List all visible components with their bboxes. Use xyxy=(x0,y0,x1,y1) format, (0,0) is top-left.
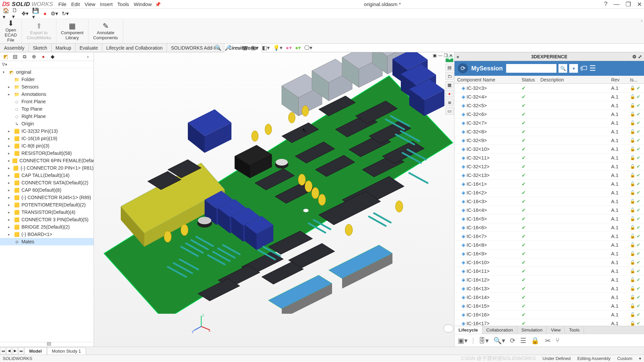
feature-manager-icon[interactable]: ◩ xyxy=(2,53,9,60)
dx-tab-tools[interactable]: Tools xyxy=(565,326,584,334)
component-row[interactable]: ◈IC-16<10>✔A.1🔓✔ xyxy=(454,258,644,267)
expand-icon[interactable]: ▸ xyxy=(8,136,12,141)
expand-icon[interactable]: ▸ xyxy=(8,225,12,229)
tree-item[interactable]: ▸🟨(-) CONNECTOR 20 PIN<1> (R81) xyxy=(0,164,94,172)
component-row[interactable]: ◈IC-16<7>✔A.1🔓✔ xyxy=(454,232,644,241)
tab-last-icon[interactable]: ⏭ xyxy=(18,348,24,354)
appearances-icon[interactable]: ● xyxy=(445,90,453,97)
tree-item[interactable]: ▸🟨(-) BOARD<1> xyxy=(0,231,94,238)
zoom-area-icon[interactable]: 🔎 xyxy=(225,45,231,51)
pin-icon[interactable]: 📌 xyxy=(155,2,161,7)
component-row[interactable]: ◈IC-16<5>✔A.1🔓✔ xyxy=(454,215,644,223)
component-row[interactable]: ◈IC-16<6>✔A.1🔓✔ xyxy=(454,223,644,232)
tree-item[interactable]: ▸🟨IC-8(8 pin)(3) xyxy=(0,142,94,149)
dx-tab-collaboration[interactable]: Collaboration xyxy=(482,326,518,334)
tree-expand-icon[interactable]: › xyxy=(84,53,92,60)
tree-item[interactable]: ▸🟨CONNECTOR SATA(Default)(2) xyxy=(0,179,94,186)
col-is[interactable]: Is... xyxy=(630,77,644,82)
model-tab-model[interactable]: Model xyxy=(24,347,47,355)
component-row[interactable]: ◈IC-16<9>✔A.1🔓✔ xyxy=(454,249,644,258)
display-manager-icon[interactable]: ● xyxy=(40,53,47,60)
menu-icon[interactable]: ☰ xyxy=(589,64,596,73)
expand-icon[interactable]: ▸ xyxy=(8,92,12,97)
tag-icon[interactable]: 🏷 xyxy=(580,64,587,73)
forum-icon[interactable]: ▭ xyxy=(445,107,453,115)
close-icon[interactable]: ✕ xyxy=(637,1,642,8)
save-icon[interactable]: 💾▾ xyxy=(32,10,39,17)
component-row[interactable]: ◈IC-16<14>✔A.1🔓✔ xyxy=(454,293,644,302)
tree-filter[interactable]: ∇▾ xyxy=(0,61,94,68)
menu-file[interactable]: File xyxy=(58,1,66,7)
config-manager-icon[interactable]: ⧉ xyxy=(21,53,28,60)
tab-lifecycle-and-collaboration[interactable]: Lifecycle and Collaboration xyxy=(102,44,167,52)
ribbon-annotate[interactable]: ✎AnnotateComponents xyxy=(89,19,123,43)
component-row[interactable]: ◈IC-16<17>✔A.1🔓✔ xyxy=(454,319,644,326)
expand-icon[interactable]: ▸ xyxy=(8,210,12,215)
expand-icon[interactable]: ▸ xyxy=(8,203,12,207)
status-caret-icon[interactable]: ▾ xyxy=(639,356,641,361)
tree-item[interactable]: ▸🟨RESISTOR(Default)(58) xyxy=(0,149,94,157)
tree-item[interactable]: ▸📁Annotations xyxy=(0,90,94,98)
tree-splitter[interactable] xyxy=(0,342,94,347)
restore-icon[interactable]: ❐ xyxy=(626,1,631,8)
component-row[interactable]: ◈IC-16<13>✔A.1🔓✔ xyxy=(454,284,644,293)
expand-icon[interactable]: ▸ xyxy=(8,129,12,133)
lock-icon[interactable]: 🔒 xyxy=(531,337,539,345)
component-row[interactable]: ◈IC-32<11>✔A.1🔓✔ xyxy=(454,154,644,162)
expand-icon[interactable]: ▸ xyxy=(8,85,12,89)
col-name[interactable]: Component Name xyxy=(454,77,522,82)
mdi-icon[interactable]: ▣ xyxy=(433,53,437,58)
expand-icon[interactable]: ▸ xyxy=(8,181,12,185)
graphics-viewport[interactable]: ▣ — ❐ ✕ ✦ ▤ 🗀 ▦ ● ≣ ▭ xyxy=(94,52,454,347)
view-orient-icon[interactable]: ▣▾ xyxy=(251,45,259,51)
menu-view[interactable]: View xyxy=(85,1,95,7)
mdi-close-icon[interactable]: ✕ xyxy=(449,53,453,58)
mdi-restore-icon[interactable]: ❐ xyxy=(444,53,448,58)
component-row[interactable]: ◈IC-16<16>✔A.1🔓✔ xyxy=(454,310,644,319)
menu-insert[interactable]: Insert xyxy=(100,1,113,7)
component-row[interactable]: ◈IC-32<7>✔A.1🔓✔ xyxy=(454,119,644,127)
component-row[interactable]: ◈IC-32<10>✔A.1🔓✔ xyxy=(454,145,644,154)
tree-item[interactable]: ▸🟨CAP TALL(Default)(14) xyxy=(0,172,94,179)
tree-item[interactable]: ▸🟨CONNECTOR 6PIN FEMALE(Default)(4) xyxy=(0,157,94,164)
view-settings-icon[interactable]: 🖵▾ xyxy=(304,45,312,51)
expand-icon[interactable]: ▸ xyxy=(8,159,10,163)
file-explorer-icon[interactable]: 🗀 xyxy=(445,72,453,80)
panel-settings-icon[interactable]: ⚙ ⤢ xyxy=(632,54,642,59)
tree-item[interactable]: ↳Origin xyxy=(0,120,94,127)
tree-root[interactable]: ▾◩original xyxy=(0,68,94,76)
component-row[interactable]: ◈IC-16<2>✔A.1🔓✔ xyxy=(454,188,644,197)
tab-evaluate[interactable]: Evaluate xyxy=(75,44,102,52)
tree-item[interactable]: ◇Front Plane xyxy=(0,98,94,105)
tree-item[interactable]: ▸🟨BRIDGE 25(Default)(2) xyxy=(0,223,94,231)
tree-item[interactable]: ▸🟨IC-32(32 Pin)(13) xyxy=(0,127,94,135)
tree-item[interactable]: ▸🟨POTENTIOMETER(Default)(2) xyxy=(0,201,94,208)
rebuild-icon[interactable]: ↻▾ xyxy=(62,10,68,17)
tab-prev-icon[interactable]: ◀ xyxy=(6,348,12,354)
db-icon[interactable]: 🗄▾ xyxy=(479,337,489,345)
expand-icon[interactable]: ▸ xyxy=(8,151,12,156)
session-search-input[interactable] xyxy=(506,64,556,73)
feedback-bubble-icon[interactable] xyxy=(443,324,453,333)
tree-item[interactable]: ▸🟨CONNECTOR 3 PIN(Default)(5) xyxy=(0,216,94,223)
splitter-handle-icon[interactable] xyxy=(47,342,51,346)
tree-item[interactable]: ◇Right Plane xyxy=(0,113,94,120)
property-manager-icon[interactable]: ▤ xyxy=(11,53,19,60)
component-row[interactable]: ◈IC-32<4>✔A.1🔓✔ xyxy=(454,93,644,101)
component-row[interactable]: ◈IC-16<4>✔A.1🔓✔ xyxy=(454,206,644,215)
expand-icon[interactable]: ▸ xyxy=(8,218,12,222)
tree-item[interactable]: ◇Top Plane xyxy=(0,105,94,113)
tree-item[interactable]: ⊗Mates xyxy=(0,238,94,245)
component-row[interactable]: ◈IC-32<6>✔A.1🔓✔ xyxy=(454,110,644,119)
custom-props-icon[interactable]: ≣ xyxy=(445,99,453,106)
col-status[interactable]: Status xyxy=(522,77,540,82)
component-row[interactable]: ◈IC-16<3>✔A.1🔓✔ xyxy=(454,197,644,206)
new-icon[interactable]: 🗋▾ xyxy=(12,10,19,17)
component-row[interactable]: ◈IC-32<5>✔A.1🔓✔ xyxy=(454,101,644,110)
design-library-icon[interactable]: ▤ xyxy=(445,64,453,71)
component-row[interactable]: ◈IC-32<3>✔A.1🔓✔ xyxy=(454,84,644,93)
mdi-minimize-icon[interactable]: — xyxy=(438,53,442,58)
zoom-fit-icon[interactable]: 🔍 xyxy=(215,45,221,51)
tree-item[interactable]: ▸🟨CAP 60(Default)(8) xyxy=(0,186,94,194)
cw-manager-icon[interactable]: ◆ xyxy=(49,53,56,60)
